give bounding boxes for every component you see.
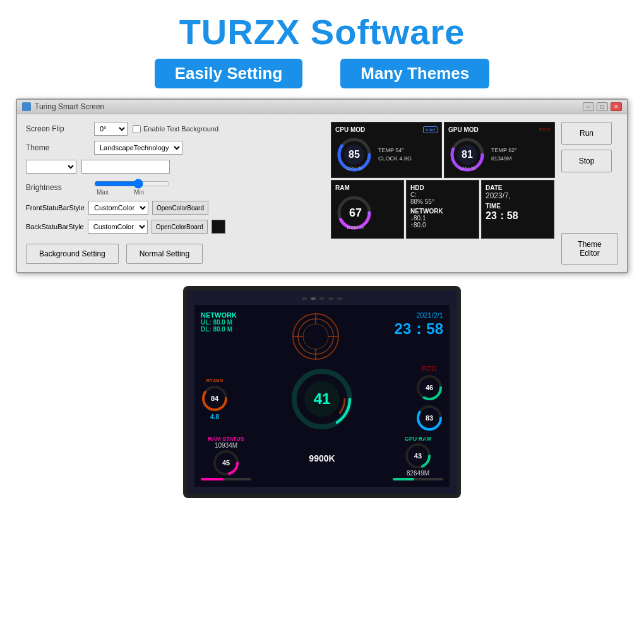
ram-gauge: 67 RAM %	[335, 194, 376, 234]
monitor-top-row: CPU MOD intel 85 CPU %	[331, 122, 555, 178]
stop-button[interactable]: Stop	[561, 150, 612, 172]
device-dl: DL: 80.0 M	[201, 326, 237, 333]
back-open-color-board-btn[interactable]: OpenColorBoard	[152, 220, 208, 234]
page-title: TURZX Software	[179, 11, 465, 52]
cpu-clock: 4.8	[210, 414, 219, 420]
date-title: DATE	[486, 184, 550, 191]
run-button[interactable]: Run	[561, 122, 612, 145]
screen-flip-select[interactable]: 0° 90° 180° 270°	[94, 122, 128, 136]
device-bottom-row: RAM STATUS 10934M 45 9900K	[201, 436, 443, 480]
hdd-stats: 88% 55°	[410, 198, 475, 205]
svg-point-12	[303, 324, 328, 349]
front-open-color-board-btn[interactable]: OpenColorBoard	[152, 201, 208, 215]
theme-row: Theme LandscapeTechnology	[26, 141, 323, 155]
window-title-left: Turing Smart Screen	[22, 102, 104, 111]
close-button[interactable]: ✕	[611, 102, 622, 111]
back-status-bar-select[interactable]: CustomColor	[88, 220, 148, 234]
hdd-title: HDD	[410, 184, 475, 191]
brightness-slider[interactable]	[94, 179, 170, 189]
rog-logo: ROG	[539, 127, 551, 133]
device-cpu-section: RYZEN 84 4.8	[201, 378, 229, 420]
gpu-small-gauge: 46	[415, 374, 443, 402]
hdd-drive: C:	[410, 191, 475, 198]
window-controls: ─ □ ✕	[583, 102, 622, 111]
intel-badge: intel	[423, 126, 438, 133]
ram-status-value: 10934M	[215, 442, 237, 449]
front-status-bar-row: FrontStatuBarStyle CustomColor OpenColor…	[26, 201, 323, 215]
device-ram-status: RAM STATUS 10934M 45	[201, 436, 251, 480]
screen-flip-row: Screen Flip 0° 90° 180° 270° Enable Text…	[26, 122, 323, 136]
cpu-gauge-label: CPU %	[346, 165, 362, 171]
bg-setting-button[interactable]: Background Setting	[26, 244, 119, 264]
gpu-gauge: 81 GPU %	[448, 136, 486, 174]
max-label: Max	[97, 189, 109, 196]
gpu-title: GPU MOD	[448, 126, 479, 133]
gpu-stats: TEMP 62° 81349M	[491, 146, 517, 162]
window-title-text: Turing Smart Screen	[35, 102, 104, 111]
theme-select[interactable]: LandscapeTechnology	[94, 141, 182, 155]
extra-input[interactable]	[81, 160, 170, 174]
back-status-bar-row: BackStatuBarStyle CustomColor OpenColorB…	[26, 220, 323, 234]
bottom-buttons: Background Setting Normal Setting	[26, 244, 323, 264]
enable-text-bg-row: Enable Text Background	[133, 125, 218, 133]
ram-gauge-label: RAM %	[347, 225, 364, 230]
center-gauge-value: 41	[314, 390, 331, 408]
ryzen-badge: RYZEN	[206, 378, 224, 383]
window-body: Screen Flip 0° 90° 180° 270° Enable Text…	[17, 114, 627, 272]
cpu-cell: CPU MOD intel 85 CPU %	[331, 122, 442, 178]
back-color-swatch	[212, 220, 225, 234]
enable-text-bg-checkbox[interactable]	[133, 125, 141, 133]
device-ul: UL: 80.0 M	[201, 319, 237, 326]
gpu-sub-gauge-val: 83	[426, 414, 433, 422]
right-area: CPU MOD intel 85 CPU %	[331, 122, 618, 265]
ram-status-label: RAM STATUS	[208, 436, 244, 442]
front-status-bar-select[interactable]: CustomColor	[88, 201, 148, 215]
side-panel: Run Stop Theme Editor	[561, 122, 618, 265]
gpu-small-gauge-val: 46	[426, 384, 433, 391]
cpu-gauge-value: 85	[349, 149, 360, 160]
extra-select[interactable]	[26, 160, 76, 174]
slider-labels: Max Min	[97, 189, 170, 196]
time-title: TIME	[486, 203, 550, 210]
ram-status-gauge: 45	[212, 449, 240, 477]
theme-editor-button[interactable]: Theme Editor	[561, 233, 618, 265]
back-status-bar-label: BackStatuBarStyle	[26, 223, 84, 230]
gpu-gauge-value: 81	[462, 149, 473, 160]
device-frame: NETWORK UL: 80.0 M DL: 80.0 M	[183, 286, 461, 498]
ram-title: RAM	[335, 184, 400, 191]
gpu-ram-progress-bar	[393, 478, 443, 480]
ram-progress-bar	[201, 478, 251, 480]
front-status-bar-label: FrontStatuBarStyle	[26, 204, 85, 212]
cpu-stats: TEMP 54° CLOCK 4.8G	[378, 146, 412, 162]
window-app-icon	[22, 102, 31, 111]
cpu-gauge: 85 CPU %	[335, 136, 373, 174]
cpu-title: CPU MOD	[335, 126, 365, 133]
badge-easily-setting: Easily Setting	[155, 59, 303, 88]
center-large-gauge: 41	[290, 367, 354, 431]
window-titlebar: Turing Smart Screen ─ □ ✕	[17, 100, 627, 114]
minimize-button[interactable]: ─	[583, 102, 594, 111]
gpu-sub-gauge: 83	[415, 404, 443, 432]
center-bottom-label: 9900K	[309, 453, 335, 463]
ram-cell: RAM 67 RAM %	[331, 180, 404, 239]
extra-row	[26, 160, 323, 174]
device-gpu-ram: GPU RAM 43 82649M	[393, 436, 443, 480]
hdd-cell: HDD C: 88% 55° NETWORK ↓80.1 ↑80.0	[406, 180, 479, 239]
device-rog-badge: ROG	[422, 366, 437, 373]
gpu-ram-value: 82649M	[407, 470, 429, 477]
device-gpu-section: ROG 46 83	[415, 366, 443, 432]
badge-many-themes: Many Themes	[340, 59, 489, 88]
gpu-gauge-label: GPU %	[459, 165, 476, 171]
app-window: Turing Smart Screen ─ □ ✕ Screen Flip 0°…	[16, 98, 628, 273]
ram-gauge-value: 67	[349, 206, 362, 220]
device-date: 2021/2/1 23：58	[395, 311, 443, 339]
cpu-small-gauge: 84	[201, 385, 229, 412]
net-title: NETWORK	[410, 208, 475, 215]
maximize-button[interactable]: □	[597, 102, 608, 111]
normal-setting-button[interactable]: Normal Setting	[126, 244, 203, 264]
device-time: 23：58	[395, 319, 443, 339]
enable-text-bg-label: Enable Text Background	[143, 125, 218, 133]
gpu-ram-label: GPU RAM	[405, 436, 432, 442]
min-label: Min	[134, 189, 144, 196]
device-top-row: NETWORK UL: 80.0 M DL: 80.0 M	[201, 311, 443, 362]
